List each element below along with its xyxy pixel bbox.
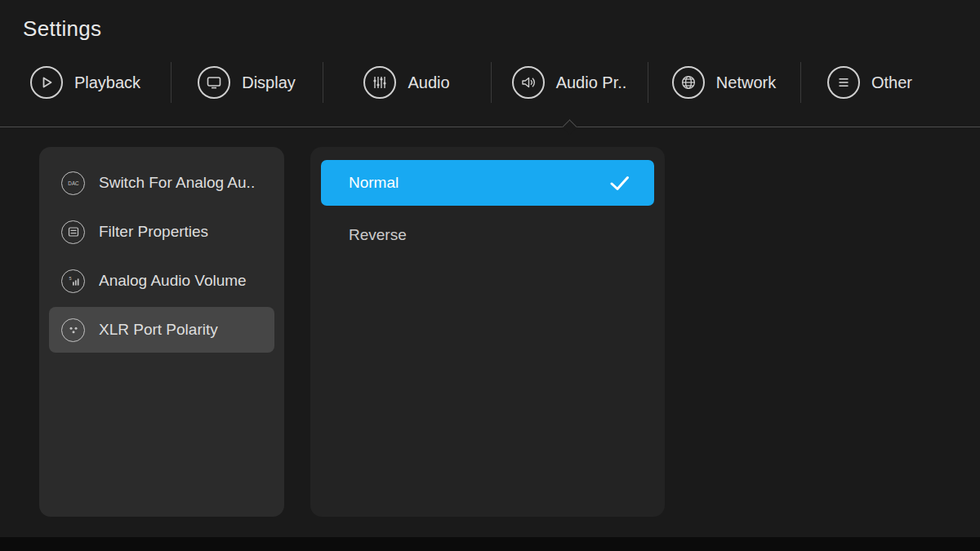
- tab-separator: [171, 62, 172, 103]
- active-tab-caret: [562, 119, 577, 134]
- sidebar-item-analog-audio-volume[interactable]: 5 Analog Audio Volume: [49, 258, 274, 304]
- tab-label: Display: [242, 73, 296, 92]
- settings-tabbar: Playback Display Audio: [0, 57, 980, 108]
- audio-pro-settings-list: DAC Switch For Analog Au.. Filter Proper…: [39, 147, 284, 517]
- tab-audio-pr[interactable]: Audio Pr..: [491, 57, 648, 108]
- tab-audio[interactable]: Audio: [323, 57, 491, 108]
- sidebar-item-xlr-port-polarity[interactable]: XLR Port Polarity: [49, 307, 274, 353]
- tab-label: Network: [716, 73, 776, 92]
- speaker-icon: [512, 66, 545, 99]
- checkmark-icon: [610, 176, 630, 191]
- tab-display[interactable]: Display: [171, 57, 323, 108]
- tabbar-rule: [0, 127, 980, 127]
- display-icon: [198, 66, 230, 99]
- filter-icon: [61, 220, 85, 244]
- svg-text:5: 5: [69, 276, 71, 281]
- svg-text:DAC: DAC: [68, 180, 79, 186]
- sidebar-item-label: Analog Audio Volume: [99, 272, 247, 290]
- xlr-port-polarity-options: Normal Reverse: [310, 147, 665, 517]
- tab-label: Audio Pr..: [556, 73, 627, 92]
- tab-label: Audio: [408, 73, 449, 92]
- option-normal[interactable]: Normal: [321, 160, 654, 206]
- tab-network[interactable]: Network: [648, 57, 800, 108]
- sidebar-item-label: Filter Properties: [99, 223, 208, 241]
- page-title: Settings: [23, 16, 101, 42]
- sidebar-item-switch-analog-audio[interactable]: DAC Switch For Analog Au..: [49, 160, 274, 206]
- xlr-icon: [61, 318, 85, 342]
- tab-other[interactable]: Other: [800, 57, 939, 108]
- tab-playback[interactable]: Playback: [0, 57, 171, 108]
- tab-separator: [323, 62, 323, 103]
- sidebar-item-filter-properties[interactable]: Filter Properties: [49, 209, 274, 255]
- tab-separator: [648, 62, 648, 103]
- play-icon: [30, 66, 63, 99]
- menu-icon: [827, 66, 860, 99]
- tab-label: Other: [871, 73, 912, 92]
- letterbox-bar: [0, 537, 980, 551]
- sidebar-item-label: Switch For Analog Au..: [99, 174, 255, 192]
- equalizer-icon: [363, 66, 396, 99]
- option-label: Normal: [349, 174, 399, 192]
- volume-bars-icon: 5: [61, 269, 85, 293]
- option-label: Reverse: [349, 226, 407, 244]
- tab-separator: [800, 62, 801, 103]
- tab-separator: [491, 62, 492, 103]
- tab-label: Playback: [74, 73, 140, 92]
- option-reverse[interactable]: Reverse: [321, 212, 654, 258]
- dac-icon: DAC: [61, 171, 85, 195]
- sidebar-item-label: XLR Port Polarity: [99, 321, 218, 339]
- globe-icon: [672, 66, 705, 99]
